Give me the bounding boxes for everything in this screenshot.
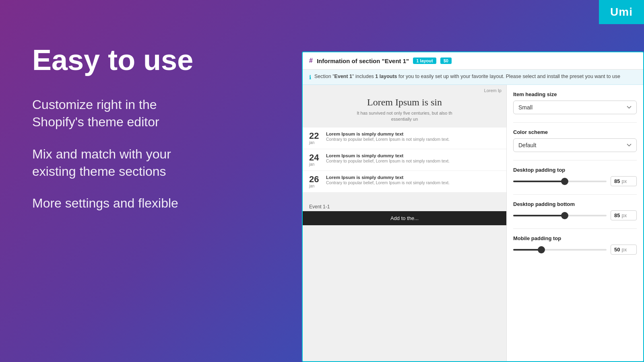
- add-to-button[interactable]: Add to the...: [303, 211, 506, 225]
- editor-body: Lorem Ip Lorem Ipsum is sin It has survi…: [303, 85, 643, 361]
- right-panel: # Information of section "Event 1" 1 lay…: [302, 51, 644, 362]
- subtitle-3: More settings and flexible: [32, 195, 282, 212]
- preview-panel: Lorem Ip Lorem Ipsum is sin It has survi…: [303, 85, 506, 361]
- heading-size-group: Item heading size Small Medium Large: [513, 91, 637, 114]
- layout-badge: 1 layout: [413, 58, 436, 64]
- info-bar: ℹ Section "Event 1" includes 1 layouts f…: [303, 70, 643, 85]
- heading-size-label: Item heading size: [513, 91, 637, 97]
- event-date-3: 26 Jan: [309, 175, 322, 188]
- desktop-padding-top-label: Desktop padding top: [513, 167, 637, 173]
- desktop-padding-bottom-label: Desktop padding bottom: [513, 201, 637, 207]
- table-row: 26 Jan Lorem Ipsum is simply dummy text …: [303, 171, 506, 193]
- desktop-padding-bottom-value-box: 85 px: [611, 210, 637, 220]
- desktop-padding-top-value-box: 85 px: [611, 176, 637, 186]
- event-date-2: 24 Jan: [309, 153, 322, 167]
- divider-1: [513, 122, 637, 123]
- background: Umi Easy to use Customize right in theSh…: [0, 0, 644, 362]
- subtitle-2: Mix and match with yourexisting theme se…: [32, 146, 282, 180]
- preview-lorem-label: Lorem Ip: [303, 85, 506, 94]
- mobile-padding-top-slider-row: 50 px: [513, 245, 637, 255]
- hash-icon: #: [309, 57, 313, 64]
- divider-3: [513, 194, 637, 195]
- mobile-padding-top-label: Mobile padding top: [513, 235, 637, 241]
- mobile-padding-top-group: Mobile padding top 50 px: [513, 235, 637, 255]
- event-date-1: 22 Jan: [309, 132, 322, 145]
- settings-panel: Item heading size Small Medium Large Col…: [506, 85, 643, 361]
- subtitle-1: Customize right in theShopify's theme ed…: [32, 96, 282, 131]
- editor-window: # Information of section "Event 1" 1 lay…: [302, 51, 644, 362]
- umi-brand-badge: Umi: [599, 0, 644, 24]
- event-info-1: Lorem Ipsum is simply dummy text Contrar…: [326, 132, 450, 142]
- desktop-padding-bottom-slider-row: 85 px: [513, 210, 637, 220]
- desktop-padding-top-thumb[interactable]: [561, 178, 568, 185]
- editor-title: Information of section "Event 1": [317, 58, 409, 64]
- desktop-padding-bottom-unit: px: [621, 213, 627, 218]
- mobile-padding-top-unit: px: [621, 247, 627, 253]
- desktop-padding-top-unit: px: [621, 179, 627, 184]
- mobile-padding-top-value: 50: [614, 247, 620, 253]
- desktop-padding-top-track[interactable]: [513, 181, 607, 182]
- desktop-padding-bottom-thumb[interactable]: [561, 212, 568, 219]
- heading-size-select[interactable]: Small Medium Large: [513, 101, 637, 114]
- desktop-padding-top-fill: [513, 181, 565, 182]
- preview-heading: Lorem Ipsum is sin: [303, 94, 506, 109]
- desktop-padding-bottom-value: 85: [614, 212, 620, 218]
- desktop-padding-top-group: Desktop padding top 85 px: [513, 167, 637, 186]
- section-label: Event 1-1: [303, 201, 506, 211]
- event-info-3: Lorem Ipsum is simply dummy text Contrar…: [326, 175, 450, 185]
- divider-4: [513, 228, 637, 229]
- divider-2: [513, 160, 637, 160]
- event-info-2: Lorem Ipsum is simply dummy text Contrar…: [326, 153, 450, 163]
- desktop-padding-top-slider-row: 85 px: [513, 176, 637, 186]
- left-content: Easy to use Customize right in theShopif…: [32, 44, 282, 226]
- mobile-padding-top-track[interactable]: [513, 249, 607, 251]
- color-scheme-select[interactable]: Default Light Dark: [513, 138, 637, 152]
- editor-header: # Information of section "Event 1" 1 lay…: [303, 52, 643, 70]
- desktop-padding-bottom-fill: [513, 215, 565, 216]
- dollar-badge: $0: [440, 58, 452, 64]
- event-list: 22 Jan Lorem Ipsum is simply dummy text …: [303, 128, 506, 193]
- info-text: Section "Event 1" includes 1 layouts for…: [314, 74, 620, 79]
- info-icon: ℹ: [309, 74, 311, 80]
- page-title: Easy to use: [32, 44, 282, 76]
- preview-subtext: It has survived not only five centuries,…: [303, 109, 506, 128]
- umi-brand-label: Umi: [610, 6, 633, 18]
- table-row: 22 Jan Lorem Ipsum is simply dummy text …: [303, 128, 506, 149]
- mobile-padding-top-fill: [513, 249, 541, 251]
- mobile-padding-top-thumb[interactable]: [538, 246, 545, 253]
- table-row: 24 Jan Lorem Ipsum is simply dummy text …: [303, 149, 506, 171]
- desktop-padding-bottom-group: Desktop padding bottom 85 px: [513, 201, 637, 220]
- desktop-padding-top-value: 85: [614, 178, 620, 184]
- desktop-padding-bottom-track[interactable]: [513, 215, 607, 216]
- color-scheme-group: Color scheme Default Light Dark: [513, 129, 637, 152]
- mobile-padding-top-value-box: 50 px: [611, 245, 637, 255]
- color-scheme-label: Color scheme: [513, 129, 637, 135]
